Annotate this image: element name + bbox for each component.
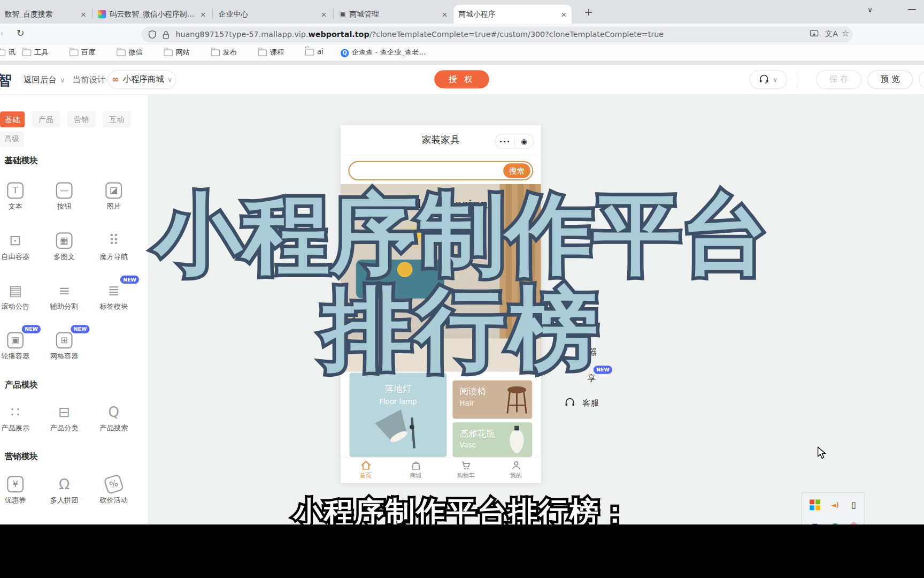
folder-icon <box>164 50 173 56</box>
tabs-chevron-icon[interactable]: ∨ <box>867 6 873 14</box>
tab-mall-admin[interactable]: 商城管理 × <box>335 5 452 24</box>
customer-service-item[interactable]: 客服 <box>565 398 599 409</box>
close-target-icon[interactable]: ◉ <box>515 137 534 145</box>
bargain-icon: % <box>103 474 124 495</box>
tab-close-icon[interactable]: × <box>321 10 327 19</box>
product-card-floor-lamp[interactable]: 落地灯 Floor lamp <box>350 372 447 457</box>
page-top-divider <box>0 61 924 65</box>
tab-mayun-platform[interactable]: 码云数智_微信小程序制作平台_ × <box>93 5 211 24</box>
translate-icon[interactable]: 文A <box>825 29 838 40</box>
search-input[interactable]: 搜索 <box>348 161 533 180</box>
mayun-favicon <box>98 10 106 18</box>
bookmark-folder[interactable]: 网站 <box>164 48 189 58</box>
bookmark-folder[interactable]: 课程 <box>258 48 284 58</box>
tab-home[interactable]: 首页 <box>341 458 391 483</box>
section-product-modules: 产品模块 <box>5 380 38 391</box>
tab-close-icon[interactable]: × <box>80 10 87 19</box>
browser-tab-bar: 数智_百度搜索 × 码云数智_微信小程序制作平台_ × 企业中心 × 商城管理 … <box>0 0 924 24</box>
tab-basic[interactable]: 基础 <box>0 111 25 127</box>
current-design-label: 当前设计 <box>73 75 106 86</box>
product-category-icon: ⊟ <box>58 404 70 421</box>
bookmark-folder[interactable]: 工具 <box>22 48 48 58</box>
chevron-down-icon: ∨ <box>167 76 172 83</box>
folder-icon <box>70 50 79 56</box>
tab-baidu-search[interactable]: 数智_百度搜索 × <box>0 5 91 24</box>
section-basic-modules: 基础模块 <box>5 156 38 166</box>
support-headset-button[interactable]: ∨ <box>750 70 788 89</box>
product-card-vase[interactable]: 高雅花瓶 Vase <box>452 422 532 457</box>
bookmark-folder[interactable]: 微信 <box>117 48 142 58</box>
module-item-product-category[interactable]: ⊟产品分类 <box>38 404 91 434</box>
toolbar-divider <box>797 72 797 87</box>
tab-advanced[interactable]: 高级 <box>0 131 24 147</box>
overlay-headline-line1: 小程序制作平台 <box>0 186 924 282</box>
tab-enterprise-center[interactable]: 企业中心 × <box>214 5 332 24</box>
bookmark-folder[interactable]: ai <box>305 48 324 56</box>
qichacha-favicon: Q <box>341 49 349 57</box>
stool-image <box>504 383 529 417</box>
bookmark-star-icon[interactable]: ☆ <box>842 28 850 39</box>
lock-icon <box>163 30 169 41</box>
link-icon: ∞ <box>112 74 119 85</box>
refresh-icon[interactable]: ↻ <box>17 28 25 39</box>
bookmark-folder[interactable]: 发布 <box>211 48 237 58</box>
url-text: huang897157type-57.mallapp.vip.webportal… <box>175 30 664 39</box>
tab-mall-miniprogram-active[interactable]: 商城小程序 × <box>454 5 572 24</box>
folder-icon <box>211 50 220 56</box>
minimize-button[interactable]: — <box>907 4 917 14</box>
folder-icon <box>258 50 267 56</box>
module-item-product-search[interactable]: Q产品搜索 <box>87 404 140 434</box>
vase-image <box>506 424 528 455</box>
tab-interaction[interactable]: 互动 <box>103 111 131 127</box>
chevron-down-icon: ∨ <box>60 77 65 84</box>
design-selector[interactable]: ∞ 小程序商城 ∨ <box>108 70 176 89</box>
bookmark-folder[interactable]: 讯 <box>0 48 16 58</box>
cart-icon <box>460 460 472 471</box>
save-page-icon[interactable] <box>810 30 819 40</box>
tab-product[interactable]: 产品 <box>32 111 60 127</box>
group-buy-icon: Ω <box>59 476 70 492</box>
back-icon[interactable]: ‹ <box>0 28 4 39</box>
more-icon[interactable]: ••• <box>496 138 514 144</box>
editor-toolbar: 智 返回后台∨ 当前设计 ∞ 小程序商城 ∨ 授 权 ∨ 保 存 预 览 <box>0 65 924 95</box>
floor-lamp-image <box>360 407 436 454</box>
new-tab-button[interactable]: + <box>581 5 597 20</box>
shield-icon <box>149 30 156 41</box>
back-to-admin-button[interactable]: 返回后台∨ <box>24 75 65 86</box>
person-icon <box>510 460 522 471</box>
bookmarks-bar: 讯 工具 百度 微信 网站 发布 课程 ai Q企查查 - 查企业_查老... <box>0 45 924 61</box>
overlay-headline-line2: 排行榜 <box>0 279 924 378</box>
product-card-reading-chair[interactable]: 阅读椅 Hair <box>452 381 532 419</box>
product-display-icon: ∷ <box>11 404 20 421</box>
publish-button-cut[interactable] <box>919 70 924 89</box>
folder-icon <box>0 50 5 56</box>
screen: 数智_百度搜索 × 码云数智_微信小程序制作平台_ × 企业中心 × 商城管理 … <box>0 0 924 524</box>
section-marketing-modules: 营销模块 <box>5 452 38 462</box>
module-item-product-display[interactable]: ∷产品展示 <box>0 404 42 434</box>
tab-mall[interactable]: 商城 <box>391 458 441 483</box>
brand-logo: 智 <box>0 71 12 89</box>
tab-close-icon[interactable]: × <box>442 10 448 19</box>
tab-cart[interactable]: 购物车 <box>441 458 491 483</box>
tab-marketing[interactable]: 营销 <box>67 111 96 127</box>
bookmark-folder[interactable]: 百度 <box>70 48 95 58</box>
tab-close-icon[interactable]: × <box>560 10 567 19</box>
mall-admin-favicon <box>340 11 346 17</box>
tab-close-icon[interactable]: × <box>200 10 206 19</box>
authorize-button[interactable]: 授 权 <box>434 70 489 88</box>
coupon-icon: ¥ <box>7 476 24 492</box>
preview-button[interactable]: 预 览 <box>867 70 913 89</box>
home-icon <box>360 460 372 471</box>
headset-icon <box>759 74 769 85</box>
search-button[interactable]: 搜索 <box>503 163 530 178</box>
url-field[interactable]: huang897157type-57.mallapp.vip.webportal… <box>141 27 852 43</box>
tab-separator <box>333 9 334 19</box>
tab-mine[interactable]: 我的 <box>491 458 541 483</box>
shop-icon <box>410 460 421 471</box>
mouse-cursor <box>817 446 828 459</box>
save-button[interactable]: 保 存 <box>816 70 861 89</box>
folder-icon <box>305 49 314 55</box>
bookmark-qichacha[interactable]: Q企查查 - 查企业_查老... <box>341 48 426 58</box>
folder-icon <box>22 50 32 56</box>
folder-icon <box>117 50 126 56</box>
